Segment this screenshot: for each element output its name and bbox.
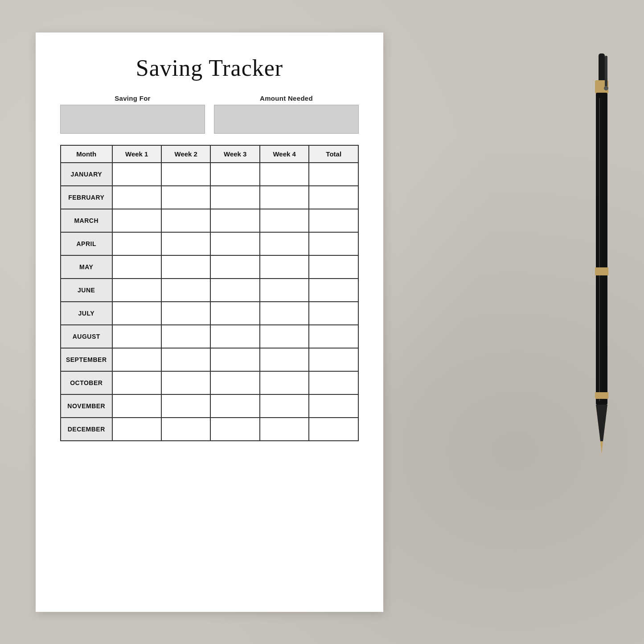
week2-cell-august[interactable] <box>161 325 210 348</box>
top-fields-row: Saving For Amount Needed <box>60 94 359 134</box>
table-header-row: Month Week 1 Week 2 Week 3 Week 4 Total <box>61 145 358 163</box>
week3-cell-december[interactable] <box>210 418 259 441</box>
saving-for-group: Saving For <box>60 94 205 134</box>
header-week3: Week 3 <box>210 145 259 163</box>
amount-needed-label: Amount Needed <box>260 94 313 102</box>
week4-cell-january[interactable] <box>260 163 309 186</box>
week1-cell-july[interactable] <box>112 302 161 325</box>
week4-cell-april[interactable] <box>260 232 309 255</box>
week1-cell-august[interactable] <box>112 325 161 348</box>
header-total: Total <box>309 145 358 163</box>
header-week4: Week 4 <box>260 145 309 163</box>
total-cell-november[interactable] <box>309 394 358 418</box>
week2-cell-june[interactable] <box>161 279 210 302</box>
week3-cell-july[interactable] <box>210 302 259 325</box>
table-row: DECEMBER <box>61 418 358 441</box>
svg-marker-6 <box>596 405 607 441</box>
paper-document: Saving Tracker Saving For Amount Needed … <box>36 33 383 612</box>
week4-cell-march[interactable] <box>260 209 309 232</box>
week3-cell-may[interactable] <box>210 255 259 279</box>
week3-cell-august[interactable] <box>210 325 259 348</box>
week1-cell-september[interactable] <box>112 348 161 371</box>
week3-cell-october[interactable] <box>210 371 259 394</box>
month-cell-may: MAY <box>61 255 112 279</box>
amount-needed-input[interactable] <box>214 105 359 134</box>
month-cell-july: JULY <box>61 302 112 325</box>
week2-cell-september[interactable] <box>161 348 210 371</box>
total-cell-april[interactable] <box>309 232 358 255</box>
svg-rect-5 <box>595 392 608 399</box>
week1-cell-april[interactable] <box>112 232 161 255</box>
header-month: Month <box>61 145 112 163</box>
week1-cell-may[interactable] <box>112 255 161 279</box>
total-cell-september[interactable] <box>309 348 358 371</box>
page-title: Saving Tracker <box>60 55 359 81</box>
month-cell-august: AUGUST <box>61 325 112 348</box>
month-cell-january: JANUARY <box>61 163 112 186</box>
month-cell-december: DECEMBER <box>61 418 112 441</box>
total-cell-october[interactable] <box>309 371 358 394</box>
week1-cell-march[interactable] <box>112 209 161 232</box>
month-cell-november: NOVEMBER <box>61 394 112 418</box>
week4-cell-may[interactable] <box>260 255 309 279</box>
table-row: AUGUST <box>61 325 358 348</box>
amount-needed-group: Amount Needed <box>214 94 359 134</box>
table-row: NOVEMBER <box>61 394 358 418</box>
table-row: OCTOBER <box>61 371 358 394</box>
month-cell-april: APRIL <box>61 232 112 255</box>
week4-cell-december[interactable] <box>260 418 309 441</box>
saving-for-input[interactable] <box>60 105 205 134</box>
header-week2: Week 2 <box>161 145 210 163</box>
total-cell-may[interactable] <box>309 255 358 279</box>
week2-cell-april[interactable] <box>161 232 210 255</box>
svg-rect-4 <box>595 267 608 275</box>
total-cell-june[interactable] <box>309 279 358 302</box>
week2-cell-july[interactable] <box>161 302 210 325</box>
header-week1: Week 1 <box>112 145 161 163</box>
month-cell-september: SEPTEMBER <box>61 348 112 371</box>
svg-rect-8 <box>605 56 607 87</box>
total-cell-march[interactable] <box>309 209 358 232</box>
total-cell-july[interactable] <box>309 302 358 325</box>
svg-point-9 <box>604 86 608 90</box>
week4-cell-february[interactable] <box>260 186 309 209</box>
week3-cell-september[interactable] <box>210 348 259 371</box>
week2-cell-may[interactable] <box>161 255 210 279</box>
week3-cell-march[interactable] <box>210 209 259 232</box>
week1-cell-november[interactable] <box>112 394 161 418</box>
week3-cell-january[interactable] <box>210 163 259 186</box>
week3-cell-june[interactable] <box>210 279 259 302</box>
tracker-table: Month Week 1 Week 2 Week 3 Week 4 Total … <box>60 145 359 441</box>
week2-cell-march[interactable] <box>161 209 210 232</box>
week4-cell-october[interactable] <box>260 371 309 394</box>
week1-cell-february[interactable] <box>112 186 161 209</box>
week4-cell-november[interactable] <box>260 394 309 418</box>
week4-cell-july[interactable] <box>260 302 309 325</box>
week2-cell-november[interactable] <box>161 394 210 418</box>
month-cell-march: MARCH <box>61 209 112 232</box>
week3-cell-february[interactable] <box>210 186 259 209</box>
week1-cell-june[interactable] <box>112 279 161 302</box>
table-row: APRIL <box>61 232 358 255</box>
week1-cell-october[interactable] <box>112 371 161 394</box>
total-cell-august[interactable] <box>309 325 358 348</box>
week3-cell-april[interactable] <box>210 232 259 255</box>
saving-for-label: Saving For <box>115 94 151 102</box>
month-cell-february: FEBRUARY <box>61 186 112 209</box>
total-cell-december[interactable] <box>309 418 358 441</box>
week2-cell-december[interactable] <box>161 418 210 441</box>
total-cell-january[interactable] <box>309 163 358 186</box>
week2-cell-january[interactable] <box>161 163 210 186</box>
week1-cell-january[interactable] <box>112 163 161 186</box>
week1-cell-december[interactable] <box>112 418 161 441</box>
week4-cell-august[interactable] <box>260 325 309 348</box>
pen-decoration <box>586 53 617 477</box>
total-cell-february[interactable] <box>309 186 358 209</box>
table-row: JUNE <box>61 279 358 302</box>
week4-cell-june[interactable] <box>260 279 309 302</box>
svg-rect-2 <box>596 93 607 405</box>
week2-cell-february[interactable] <box>161 186 210 209</box>
week3-cell-november[interactable] <box>210 394 259 418</box>
week4-cell-september[interactable] <box>260 348 309 371</box>
week2-cell-october[interactable] <box>161 371 210 394</box>
